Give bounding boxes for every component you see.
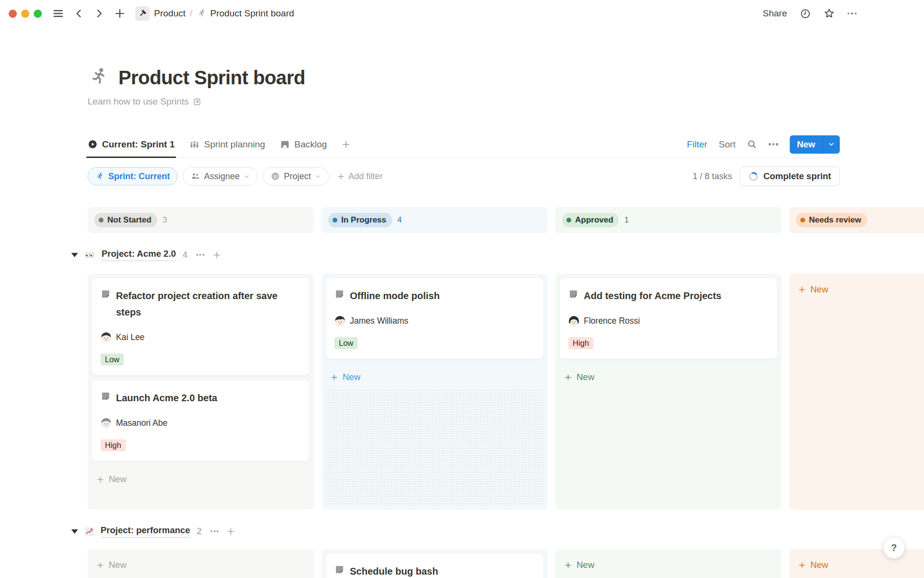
- status-label: In Progress: [341, 215, 386, 225]
- column-header-needs-review: Needs review: [789, 207, 924, 233]
- plus-icon: [330, 373, 338, 381]
- column-not-started: Refactor project creation after save ste…: [88, 274, 314, 510]
- new-page-icon[interactable]: [114, 8, 126, 19]
- task-card[interactable]: Add testing for Acme Projects Florence R…: [559, 277, 778, 359]
- new-task-dropdown-icon[interactable]: [822, 135, 840, 154]
- minimize-window-button[interactable]: [21, 10, 29, 18]
- new-card-button[interactable]: New: [559, 558, 778, 572]
- card-title: Launch Acme 2.0 beta: [116, 390, 217, 406]
- column-header-not-started: Not Started 3: [88, 207, 314, 233]
- add-view-icon[interactable]: [341, 131, 351, 158]
- tab-sprint-planning[interactable]: Sprint planning: [189, 131, 265, 158]
- task-card[interactable]: Schedule bug bash: [325, 553, 544, 578]
- group-more-icon[interactable]: [196, 254, 205, 256]
- column-count: 4: [398, 215, 402, 225]
- breadcrumb-separator: /: [190, 8, 192, 19]
- plus-icon: [96, 561, 104, 569]
- document-icon: [101, 391, 111, 401]
- group-more-icon[interactable]: [210, 530, 218, 532]
- group-title[interactable]: Project: performance: [101, 525, 190, 538]
- plus-icon: [798, 561, 806, 569]
- more-options-icon[interactable]: [847, 13, 857, 15]
- status-pill[interactable]: In Progress: [328, 213, 392, 227]
- group-add-icon[interactable]: [226, 527, 235, 536]
- new-task-button[interactable]: New: [790, 135, 840, 154]
- assignee-filter-chip[interactable]: Assignee: [183, 167, 257, 185]
- status-pill[interactable]: Needs review: [796, 213, 867, 227]
- plus-icon: [798, 286, 806, 294]
- group-header-performance: Project: performance 2: [71, 524, 924, 539]
- new-card-button[interactable]: New: [325, 370, 544, 384]
- group-add-icon[interactable]: [212, 250, 221, 260]
- tab-backlog[interactable]: Backlog: [280, 131, 327, 158]
- document-icon: [334, 289, 345, 299]
- page-runner-icon[interactable]: [88, 66, 110, 89]
- runner-icon: [95, 172, 104, 181]
- close-window-button[interactable]: [9, 10, 17, 18]
- new-card-button[interactable]: New: [793, 558, 924, 572]
- project-filter-label: Project: [284, 171, 311, 182]
- zoom-window-button[interactable]: [34, 10, 42, 18]
- new-task-label: New: [790, 135, 822, 154]
- task-card[interactable]: Offline mode polish James Williams Low: [325, 277, 544, 359]
- new-card-button[interactable]: New: [91, 472, 310, 486]
- new-card-label: New: [109, 474, 127, 485]
- sprint-filter-chip[interactable]: Sprint: Current: [88, 167, 178, 185]
- complete-sprint-button[interactable]: Complete sprint: [740, 167, 840, 186]
- assignee-filter-label: Assignee: [204, 171, 240, 182]
- status-label: Not Started: [107, 215, 152, 225]
- tab-current-sprint[interactable]: Current: Sprint 1: [88, 131, 175, 158]
- favorite-star-icon[interactable]: [823, 8, 835, 19]
- tab-label: Sprint planning: [204, 139, 265, 150]
- external-link-icon: [192, 97, 202, 106]
- filter-button[interactable]: Filter: [687, 139, 707, 150]
- group-count: 4: [183, 250, 188, 260]
- share-button[interactable]: Share: [763, 8, 787, 19]
- group-count: 2: [197, 526, 202, 537]
- collapse-triangle-icon[interactable]: [71, 529, 78, 534]
- workspace-hammer-icon[interactable]: [135, 6, 150, 21]
- new-card-label: New: [577, 560, 594, 570]
- status-pill[interactable]: Not Started: [94, 213, 157, 227]
- learn-link-label: Learn how to use Sprints: [88, 96, 189, 107]
- drop-zone: [325, 389, 544, 506]
- document-icon: [101, 289, 111, 299]
- status-label: Approved: [575, 215, 613, 225]
- new-card-button[interactable]: New: [559, 370, 778, 384]
- group-title[interactable]: Project: Acme 2.0: [102, 249, 176, 261]
- breadcrumb-current[interactable]: Product Sprint board: [210, 8, 294, 19]
- chart-emoji-icon: [84, 526, 95, 537]
- task-card[interactable]: Launch Acme 2.0 beta Masanori Abe High: [91, 380, 310, 461]
- chevron-down-icon: [315, 173, 321, 180]
- assignee-name: Masanori Abe: [116, 418, 167, 428]
- collapse-triangle-icon[interactable]: [71, 253, 78, 257]
- column-approved: Add testing for Acme Projects Florence R…: [555, 274, 782, 510]
- card-title: Add testing for Acme Projects: [584, 288, 721, 304]
- learn-link[interactable]: Learn how to use Sprints: [88, 96, 202, 107]
- status-dot-icon: [333, 218, 337, 223]
- status-pill[interactable]: Approved: [562, 213, 619, 227]
- new-card-button[interactable]: New: [91, 558, 310, 572]
- view-tabs: Current: Sprint 1 Sprint planning Backlo…: [88, 131, 840, 158]
- runner-icon: [197, 9, 206, 18]
- add-filter-button[interactable]: Add filter: [337, 171, 383, 182]
- new-card-label: New: [343, 372, 360, 382]
- new-card-button[interactable]: New: [793, 282, 924, 297]
- sidebar-toggle-icon[interactable]: [52, 8, 64, 19]
- forward-icon[interactable]: [94, 8, 104, 19]
- search-icon[interactable]: [747, 139, 757, 149]
- sort-button[interactable]: Sort: [719, 139, 736, 150]
- column-count: 1: [624, 215, 629, 225]
- column-needs-review: New: [789, 274, 924, 510]
- breadcrumb-root[interactable]: Product: [154, 8, 185, 19]
- view-more-icon[interactable]: [769, 143, 778, 145]
- help-button[interactable]: ?: [883, 537, 905, 559]
- history-clock-icon[interactable]: [800, 8, 811, 19]
- column-approved: New: [555, 549, 782, 578]
- plus-icon: [564, 561, 572, 569]
- window-controls: [9, 10, 42, 18]
- play-icon: [88, 139, 98, 149]
- task-card[interactable]: Refactor project creation after save ste…: [91, 277, 310, 376]
- back-icon[interactable]: [74, 8, 84, 19]
- project-filter-chip[interactable]: Project: [263, 167, 329, 185]
